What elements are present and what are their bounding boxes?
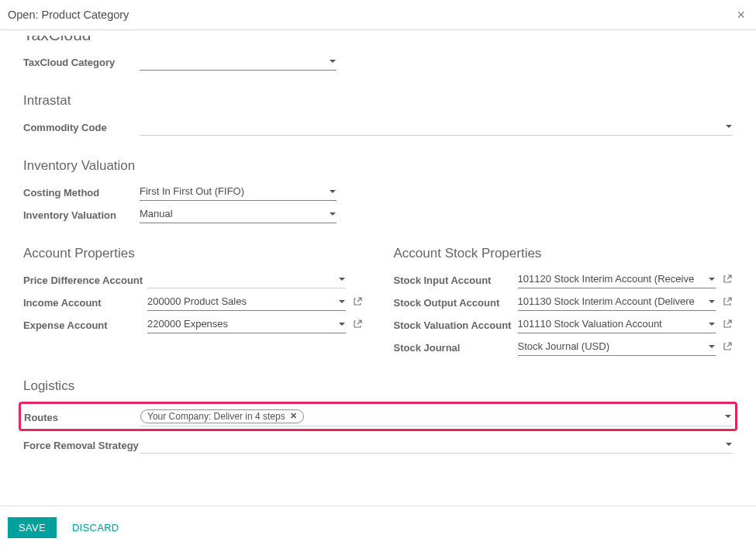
label-taxcloud-category: TaxCloud Category: [23, 55, 140, 68]
section-account-properties: Account Properties: [23, 246, 363, 261]
external-link-icon[interactable]: [722, 274, 733, 285]
remove-tag-icon[interactable]: ✕: [290, 411, 297, 421]
label-inventory-valuation: Inventory Valuation: [23, 208, 140, 221]
field-income-account[interactable]: 200000 Product Sales: [147, 292, 346, 311]
chevron-down-icon[interactable]: [709, 323, 715, 326]
label-expense-account: Expense Account: [23, 318, 147, 331]
label-force-removal: Force Removal Strategy: [23, 438, 140, 451]
chevron-down-icon[interactable]: [339, 278, 345, 281]
chevron-down-icon[interactable]: [726, 125, 732, 128]
chevron-down-icon[interactable]: [330, 212, 336, 216]
route-tag-text: Your Company: Deliver in 4 steps: [147, 411, 285, 422]
chevron-down-icon[interactable]: [339, 323, 345, 326]
field-stock-journal[interactable]: Stock Journal (USD): [518, 337, 716, 356]
section-inventory-valuation: Inventory Valuation: [23, 158, 733, 174]
dialog-footer: Save Discard: [0, 506, 756, 549]
save-button[interactable]: Save: [8, 517, 57, 538]
chevron-down-icon[interactable]: [330, 190, 336, 193]
external-link-icon[interactable]: [352, 319, 363, 330]
chevron-down-icon[interactable]: [726, 443, 732, 446]
label-price-diff-account: Price Difference Account: [23, 273, 147, 286]
section-taxcloud-partial: TaxCloud: [23, 36, 733, 43]
label-stock-input: Stock Input Account: [394, 273, 518, 286]
label-commodity-code: Commodity Code: [23, 120, 140, 133]
label-income-account: Income Account: [23, 295, 147, 309]
chevron-down-icon[interactable]: [339, 300, 345, 303]
field-force-removal[interactable]: [140, 435, 733, 454]
chevron-down-icon[interactable]: [709, 345, 715, 348]
close-icon[interactable]: ×: [737, 8, 745, 22]
dialog-body: TaxCloud TaxCloud Category Intrastat Com…: [0, 36, 756, 498]
discard-button[interactable]: Discard: [69, 517, 123, 538]
external-link-icon[interactable]: [722, 341, 733, 352]
field-expense-account[interactable]: 220000 Expenses: [147, 315, 346, 333]
field-routes[interactable]: Your Company: Deliver in 4 steps ✕: [140, 406, 732, 426]
external-link-icon[interactable]: [722, 319, 733, 330]
label-stock-journal: Stock Journal: [394, 340, 518, 354]
chevron-down-icon[interactable]: [330, 60, 336, 63]
dialog-title: Open: Product Category: [8, 9, 129, 21]
chevron-down-icon[interactable]: [725, 415, 731, 418]
field-commodity-code[interactable]: [140, 117, 733, 136]
external-link-icon[interactable]: [352, 296, 363, 307]
section-intrastat: Intrastat: [23, 93, 733, 109]
field-stock-input[interactable]: 101120 Stock Interim Account (Receive: [518, 270, 716, 288]
field-taxcloud-category[interactable]: [140, 52, 337, 71]
label-routes: Routes: [24, 410, 140, 423]
field-stock-valuation[interactable]: 101110 Stock Valuation Account: [518, 315, 716, 333]
field-stock-output[interactable]: 101130 Stock Interim Account (Delivere: [518, 292, 716, 311]
field-inventory-valuation[interactable]: Manual: [140, 205, 337, 223]
label-stock-valuation: Stock Valuation Account: [394, 318, 518, 331]
route-tag[interactable]: Your Company: Deliver in 4 steps ✕: [140, 409, 304, 423]
field-price-diff-account[interactable]: [147, 270, 346, 288]
external-link-icon[interactable]: [722, 296, 733, 307]
field-costing-method[interactable]: First In First Out (FIFO): [140, 182, 337, 201]
highlight-annotation: Routes Your Company: Deliver in 4 steps …: [19, 402, 737, 431]
section-account-stock-properties: Account Stock Properties: [394, 246, 734, 261]
label-costing-method: Costing Method: [23, 185, 140, 199]
chevron-down-icon[interactable]: [709, 278, 715, 281]
section-logistics: Logistics: [23, 378, 733, 394]
chevron-down-icon[interactable]: [709, 300, 715, 303]
dialog-header: Open: Product Category ×: [0, 0, 756, 30]
label-stock-output: Stock Output Account: [394, 295, 518, 309]
